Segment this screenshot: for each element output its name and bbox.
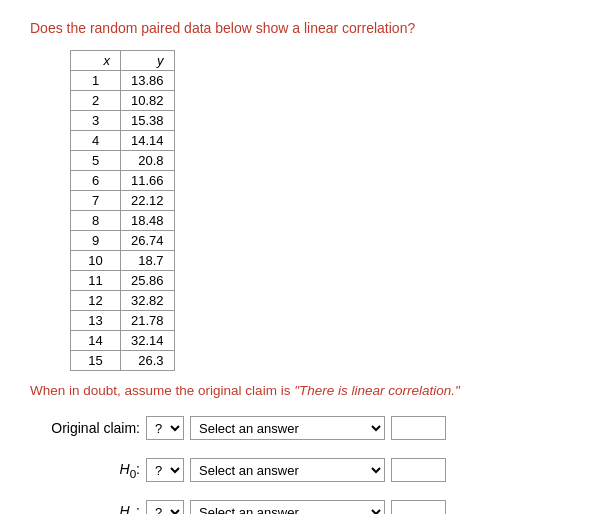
ha-row: Ha: ? ρ = ≠ Select an answer There is li… bbox=[30, 500, 586, 514]
h0-symbol-select[interactable]: ? ρ = ≠ bbox=[146, 458, 184, 482]
table-row: 1 bbox=[71, 71, 121, 91]
original-claim-input[interactable] bbox=[391, 416, 446, 440]
table-row: 11 bbox=[71, 271, 121, 291]
col-header-y: y bbox=[121, 51, 175, 71]
table-row: 15.38 bbox=[121, 111, 175, 131]
table-row: 12 bbox=[71, 291, 121, 311]
table-row: 20.8 bbox=[121, 151, 175, 171]
table-row: 5 bbox=[71, 151, 121, 171]
note-text: When in doubt, assume the original claim… bbox=[30, 383, 586, 398]
h0-answer-select[interactable]: Select an answer There is linear correla… bbox=[190, 458, 385, 482]
table-row: 8 bbox=[71, 211, 121, 231]
h0-input[interactable] bbox=[391, 458, 446, 482]
table-row: 21.78 bbox=[121, 311, 175, 331]
table-row: 3 bbox=[71, 111, 121, 131]
table-row: 14 bbox=[71, 331, 121, 351]
table-row: 6 bbox=[71, 171, 121, 191]
table-row: 13 bbox=[71, 311, 121, 331]
table-row: 14.14 bbox=[121, 131, 175, 151]
table-row: 25.86 bbox=[121, 271, 175, 291]
ha-symbol-select[interactable]: ? ρ = ≠ bbox=[146, 500, 184, 514]
question-text: Does the random paired data below show a… bbox=[30, 20, 586, 36]
table-row: 2 bbox=[71, 91, 121, 111]
table-row: 22.12 bbox=[121, 191, 175, 211]
table-row: 26.3 bbox=[121, 351, 175, 371]
table-row: 32.14 bbox=[121, 331, 175, 351]
h0-row: H0: ? ρ = ≠ Select an answer There is li… bbox=[30, 458, 586, 482]
table-row: 4 bbox=[71, 131, 121, 151]
ha-answer-select[interactable]: Select an answer There is linear correla… bbox=[190, 500, 385, 514]
table-row: 18.7 bbox=[121, 251, 175, 271]
table-row: 15 bbox=[71, 351, 121, 371]
table-row: 26.74 bbox=[121, 231, 175, 251]
original-claim-label: Original claim: bbox=[30, 420, 140, 436]
table-row: 9 bbox=[71, 231, 121, 251]
col-header-x: x bbox=[71, 51, 121, 71]
form-section: Original claim: ? ρ = ≠ Select an answer… bbox=[30, 416, 586, 514]
table-row: 18.48 bbox=[121, 211, 175, 231]
original-claim-symbol-select[interactable]: ? ρ = ≠ bbox=[146, 416, 184, 440]
ha-label: Ha: bbox=[30, 503, 140, 514]
table-row: 13.86 bbox=[121, 71, 175, 91]
table-row: 10.82 bbox=[121, 91, 175, 111]
table-row: 11.66 bbox=[121, 171, 175, 191]
table-row: 10 bbox=[71, 251, 121, 271]
data-table: x y 113.86210.82315.38414.14520.8611.667… bbox=[70, 50, 175, 371]
h0-label: H0: bbox=[30, 461, 140, 480]
ha-input[interactable] bbox=[391, 500, 446, 514]
table-row: 32.82 bbox=[121, 291, 175, 311]
table-row: 7 bbox=[71, 191, 121, 211]
original-claim-answer-select[interactable]: Select an answer There is linear correla… bbox=[190, 416, 385, 440]
original-claim-row: Original claim: ? ρ = ≠ Select an answer… bbox=[30, 416, 586, 440]
